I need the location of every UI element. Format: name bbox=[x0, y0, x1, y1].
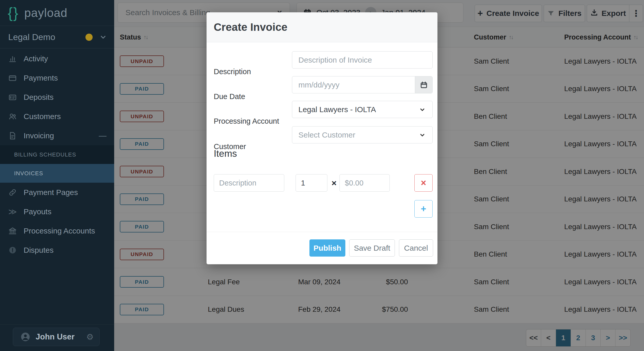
gear-icon[interactable]: ⚙ bbox=[86, 332, 94, 342]
sidebar-item-payouts[interactable]: ≫ Payouts bbox=[0, 202, 114, 221]
sidebar-item-payments[interactable]: Payments bbox=[0, 68, 114, 87]
invoice-document-icon bbox=[8, 131, 17, 140]
customer-select[interactable]: Select Customer bbox=[292, 126, 433, 143]
sidebar-item-label: Payouts bbox=[24, 207, 51, 216]
app-screen: {} payload Legal Demo Activity Payments … bbox=[0, 0, 644, 351]
workspace-name: Legal Demo bbox=[8, 32, 85, 42]
processing-account-value: Legal Lawyers - IOLTA bbox=[298, 105, 418, 114]
sidebar-item-label: Deposits bbox=[24, 93, 54, 102]
sidebar-item-invoicing[interactable]: Invoicing — bbox=[0, 126, 114, 145]
sub-item-label: BILLING SCHEDULES bbox=[14, 151, 76, 158]
modal-footer-divider bbox=[207, 232, 437, 232]
publish-button[interactable]: Publish bbox=[309, 239, 345, 257]
description-label: Description bbox=[214, 67, 251, 76]
item-price-field bbox=[339, 174, 390, 192]
item-description-input[interactable] bbox=[214, 179, 284, 187]
sidebar-item-label: Payment Pages bbox=[24, 188, 78, 197]
chevron-down-icon bbox=[418, 106, 426, 113]
due-date-calendar-button[interactable] bbox=[415, 76, 432, 93]
create-invoice-modal: Create Invoice Description Due Date Proc… bbox=[207, 12, 437, 264]
sidebar: {} payload Legal Demo Activity Payments … bbox=[0, 0, 114, 351]
multiply-icon: × bbox=[330, 174, 338, 192]
description-input[interactable] bbox=[292, 56, 432, 64]
item-description-field bbox=[214, 174, 284, 192]
sidebar-item-invoices[interactable]: INVOICES bbox=[0, 164, 114, 183]
items-heading: Items bbox=[214, 148, 237, 159]
user-name: John User bbox=[36, 332, 86, 342]
sidebar-item-label: Invoicing bbox=[24, 131, 54, 140]
processing-account-label: Processing Account bbox=[214, 117, 279, 125]
sidebar-item-label: Customers bbox=[24, 112, 61, 121]
user-avatar-icon bbox=[20, 332, 31, 342]
due-date-input[interactable] bbox=[292, 81, 432, 89]
brand-logo: {} payload bbox=[0, 0, 114, 26]
sidebar-item-label: Disputes bbox=[24, 246, 54, 255]
sidebar-item-customers[interactable]: Customers bbox=[0, 107, 114, 126]
collapse-minus-icon[interactable]: — bbox=[99, 131, 106, 140]
sidebar-nav: Activity Payments Deposits Customers Inv… bbox=[0, 48, 114, 260]
sidebar-item-processing-accounts[interactable]: Processing Accounts bbox=[0, 221, 114, 240]
sidebar-footer: John User ⚙ bbox=[0, 324, 114, 351]
link-icon bbox=[8, 188, 17, 197]
user-menu[interactable]: John User ⚙ bbox=[13, 328, 100, 346]
activity-chart-icon bbox=[8, 54, 17, 63]
sidebar-item-disputes[interactable]: Disputes bbox=[0, 240, 114, 260]
item-price-input[interactable] bbox=[340, 179, 389, 187]
deposit-card-icon bbox=[8, 93, 17, 102]
payload-braces-icon: {} bbox=[8, 5, 19, 20]
due-date-label: Due Date bbox=[214, 92, 245, 101]
description-field bbox=[292, 51, 433, 69]
sidebar-item-payment-pages[interactable]: Payment Pages bbox=[0, 183, 114, 202]
sidebar-item-billing-schedules[interactable]: BILLING SCHEDULES bbox=[0, 145, 114, 164]
save-draft-button[interactable]: Save Draft bbox=[349, 239, 395, 257]
modal-title: Create Invoice bbox=[214, 21, 287, 33]
calendar-icon bbox=[420, 81, 428, 89]
sub-item-label: INVOICES bbox=[14, 170, 43, 177]
bank-icon bbox=[8, 227, 17, 235]
workspace-switcher[interactable]: Legal Demo bbox=[0, 26, 114, 48]
credit-card-icon bbox=[8, 74, 17, 82]
sidebar-item-label: Payments bbox=[24, 74, 58, 82]
add-plus-icon: + bbox=[421, 203, 426, 214]
payouts-chevrons-icon: ≫ bbox=[8, 207, 17, 216]
sidebar-item-activity[interactable]: Activity bbox=[0, 49, 114, 68]
brand-name: payload bbox=[24, 6, 67, 20]
dispute-alert-icon bbox=[8, 246, 17, 255]
add-item-button[interactable]: + bbox=[414, 200, 433, 218]
sidebar-item-label: Processing Accounts bbox=[24, 227, 95, 235]
environment-dot-icon bbox=[85, 34, 93, 41]
customer-placeholder: Select Customer bbox=[298, 131, 418, 139]
chevron-down-icon bbox=[418, 131, 426, 139]
item-quantity-field bbox=[296, 174, 327, 192]
item-quantity-input[interactable] bbox=[296, 179, 327, 187]
remove-item-button[interactable]: × bbox=[414, 174, 433, 192]
cancel-button[interactable]: Cancel bbox=[399, 239, 433, 257]
customers-people-icon bbox=[8, 112, 17, 121]
modal-header: Create Invoice bbox=[207, 12, 437, 42]
sidebar-item-deposits[interactable]: Deposits bbox=[0, 87, 114, 107]
due-date-field bbox=[292, 76, 433, 93]
sidebar-item-label: Activity bbox=[24, 54, 48, 63]
remove-x-icon: × bbox=[421, 178, 426, 188]
processing-account-select[interactable]: Legal Lawyers - IOLTA bbox=[292, 101, 433, 118]
chevron-down-icon bbox=[99, 33, 107, 41]
